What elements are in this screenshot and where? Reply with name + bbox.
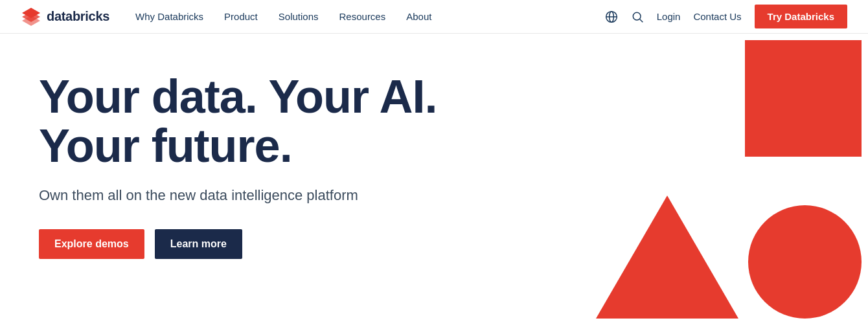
learn-more-button[interactable]: Learn more bbox=[155, 229, 242, 259]
hero-content: Your data. Your AI. Your future. Own the… bbox=[39, 73, 525, 259]
hero-subtitle: Own them all on the new data intelligenc… bbox=[39, 186, 525, 206]
search-icon bbox=[631, 10, 644, 23]
hero-buttons: Explore demos Learn more bbox=[39, 229, 525, 259]
hero-section: Your data. Your AI. Your future. Own the… bbox=[0, 34, 868, 325]
search-icon-button[interactable] bbox=[631, 10, 644, 23]
circle-shape bbox=[748, 205, 862, 319]
nav-product[interactable]: Product bbox=[224, 11, 258, 22]
shapes-decoration bbox=[557, 34, 868, 325]
nav-solutions[interactable]: Solutions bbox=[279, 11, 319, 22]
hero-title: Your data. Your AI. Your future. bbox=[39, 73, 525, 170]
hero-title-line1: Your data. Your AI. bbox=[39, 71, 437, 122]
globe-icon-button[interactable] bbox=[605, 10, 618, 23]
logo-link[interactable]: databricks bbox=[21, 6, 109, 27]
login-link[interactable]: Login bbox=[657, 11, 681, 22]
square-shape bbox=[745, 40, 862, 157]
nav-right: Login Contact Us Try Databricks bbox=[605, 5, 847, 28]
triangle-shape bbox=[596, 196, 738, 319]
nav-resources[interactable]: Resources bbox=[339, 11, 386, 22]
logo-text: databricks bbox=[47, 9, 109, 24]
nav-about[interactable]: About bbox=[406, 11, 431, 22]
try-databricks-button[interactable]: Try Databricks bbox=[755, 5, 847, 28]
svg-point-6 bbox=[633, 12, 641, 20]
explore-demos-button[interactable]: Explore demos bbox=[39, 229, 144, 259]
nav-links: Why Databricks Product Solutions Resourc… bbox=[135, 11, 605, 22]
contact-link[interactable]: Contact Us bbox=[693, 11, 741, 22]
logo-icon bbox=[21, 6, 41, 27]
svg-line-7 bbox=[639, 19, 643, 22]
nav-why-databricks[interactable]: Why Databricks bbox=[135, 11, 203, 22]
navbar: databricks Why Databricks Product Soluti… bbox=[0, 0, 868, 34]
globe-icon bbox=[605, 10, 618, 23]
hero-title-line2: Your future. bbox=[39, 120, 292, 172]
